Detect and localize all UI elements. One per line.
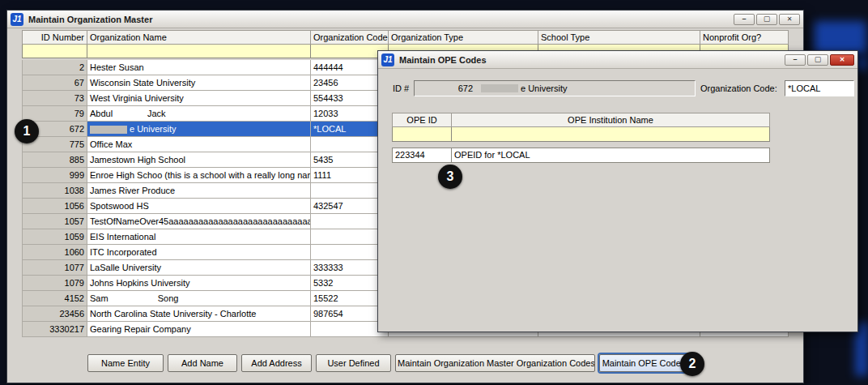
maintain-org-master-org-codes-button[interactable]: Maintain Organization Master Organizatio… — [395, 354, 595, 372]
id-number-cell: 2 — [22, 60, 87, 75]
organization-name-cell: Jamestown High School — [87, 152, 311, 168]
callout-2: 2 — [680, 352, 704, 376]
close-icon — [840, 55, 845, 64]
header-nonprofit-org[interactable]: Nonprofit Org? — [700, 30, 789, 45]
callout-1: 1 — [15, 119, 39, 143]
maintain-ope-codes-button[interactable]: Maintain OPE Codes — [599, 354, 688, 372]
id-number-cell: 1079 — [22, 276, 87, 291]
id-number-cell: 4152 — [22, 291, 87, 306]
organization-name-cell: Johns Hopkins University — [87, 276, 311, 291]
organization-name-cell: Wisconsin State University — [87, 75, 311, 91]
org-id-value: 672 — [415, 83, 473, 93]
ope-grid-filter-row — [392, 127, 770, 142]
organization-name-cell: West Virginia University — [87, 91, 311, 106]
organization-name-cell: James River Produce — [87, 183, 311, 199]
dialog-maximize-button[interactable] — [807, 54, 828, 66]
id-number-cell: 1077 — [22, 260, 87, 276]
dialog-close-button[interactable] — [830, 54, 854, 66]
name-entity-button[interactable]: Name Entity — [87, 354, 164, 372]
close-button[interactable] — [779, 14, 800, 25]
id-number-cell: 67 — [22, 75, 87, 91]
header-id-number[interactable]: ID Number — [22, 30, 87, 45]
j1-logo-icon: J1 — [11, 13, 23, 26]
organization-name-cell: Abdul Jack — [87, 106, 311, 122]
minimize-button[interactable] — [734, 14, 755, 25]
organization-name-cell: Spotswood HS — [87, 199, 311, 214]
organization-name-cell: TestOfNameOver45aaaaaaaaaaaaaaaaaaaaaaaa… — [87, 214, 311, 229]
id-number-cell: 1056 — [22, 199, 87, 214]
id-number-cell: 999 — [22, 168, 87, 183]
organization-name-cell: Enroe High Schoo (this is a school with … — [87, 168, 311, 183]
id-number-cell: 79 — [22, 106, 87, 122]
filter-ope-institution-name[interactable] — [452, 127, 770, 142]
id-number-cell: 73 — [22, 91, 87, 106]
id-number-cell: 1038 — [22, 183, 87, 199]
filter-organization-name[interactable] — [87, 45, 311, 58]
header-organization-name[interactable]: Organization Name — [87, 30, 311, 45]
main-window-titlebar[interactable]: J1 Maintain Organization Master — [7, 11, 803, 28]
organization-code-field[interactable]: *LOCAL — [785, 80, 854, 96]
id-number-cell: 1057 — [22, 214, 87, 229]
organization-name-cell: Hester Susan — [87, 60, 311, 75]
id-label: ID # — [393, 83, 409, 93]
filter-ope-id[interactable] — [392, 127, 452, 142]
id-number-cell: 1059 — [22, 229, 87, 245]
table-row[interactable]: 223344 OPEID for *LOCAL — [392, 148, 770, 163]
minimize-icon — [742, 15, 746, 24]
j1-logo-icon: J1 — [381, 53, 394, 66]
organization-name-cell: Sam Song — [87, 291, 311, 306]
org-grid-header-row: ID Number Organization Name Organization… — [22, 30, 789, 45]
main-window-title: Maintain Organization Master — [28, 15, 152, 24]
organization-name-cell: e University — [87, 122, 311, 137]
header-school-type[interactable]: School Type — [538, 30, 700, 45]
desktop-background-glow — [815, 21, 866, 53]
dialog-title: Maintain OPE Codes — [399, 55, 487, 65]
user-defined-button[interactable]: User Defined — [316, 354, 391, 372]
dialog-titlebar[interactable]: J1 Maintain OPE Codes — [378, 51, 857, 69]
maximize-icon — [764, 15, 771, 24]
id-number-cell: 1060 — [22, 245, 87, 260]
maintain-ope-codes-dialog: J1 Maintain OPE Codes ID # 672 e Univers… — [377, 50, 858, 332]
org-id-field: 672 e University — [414, 80, 696, 96]
organization-name-cell: North Carolina State University - Charlo… — [87, 306, 311, 322]
dialog-minimize-button[interactable] — [785, 54, 806, 66]
organization-name-cell: ITC Incorporated — [87, 245, 311, 260]
close-icon — [787, 15, 793, 24]
minimize-icon — [793, 55, 797, 64]
redaction-box — [90, 126, 127, 134]
organization-name-cell: Gearing Repair Company — [87, 322, 311, 337]
filter-id-number[interactable] — [22, 45, 87, 58]
maximize-button[interactable] — [756, 14, 777, 25]
id-number-cell: 3330217 — [22, 322, 87, 337]
main-window-controls — [734, 14, 800, 25]
redaction-box — [481, 84, 518, 92]
organization-name-cell: Office Max — [87, 137, 311, 152]
add-address-button[interactable]: Add Address — [241, 354, 312, 372]
organization-name-cell: LaSalle University — [87, 260, 311, 276]
ope-id-cell: 223344 — [392, 148, 452, 163]
header-ope-id[interactable]: OPE ID — [392, 113, 452, 127]
add-name-button[interactable]: Add Name — [168, 354, 237, 372]
ope-grid-header-row: OPE ID OPE Institution Name — [392, 113, 770, 127]
header-organization-code[interactable]: Organization Code — [311, 30, 389, 45]
callout-3: 3 — [438, 165, 462, 189]
organization-name-cell: EIS International — [87, 229, 311, 245]
header-ope-institution-name[interactable]: OPE Institution Name — [452, 113, 770, 127]
id-number-cell: 23456 — [22, 306, 87, 322]
header-organization-type[interactable]: Organization Type — [389, 30, 538, 45]
dialog-window-controls — [785, 54, 854, 66]
org-name-value: e University — [521, 83, 567, 93]
maximize-icon — [815, 55, 822, 64]
organization-code-label: Organization Code: — [700, 83, 777, 93]
id-number-cell: 885 — [22, 152, 87, 168]
ope-institution-name-cell: OPEID for *LOCAL — [452, 148, 770, 163]
